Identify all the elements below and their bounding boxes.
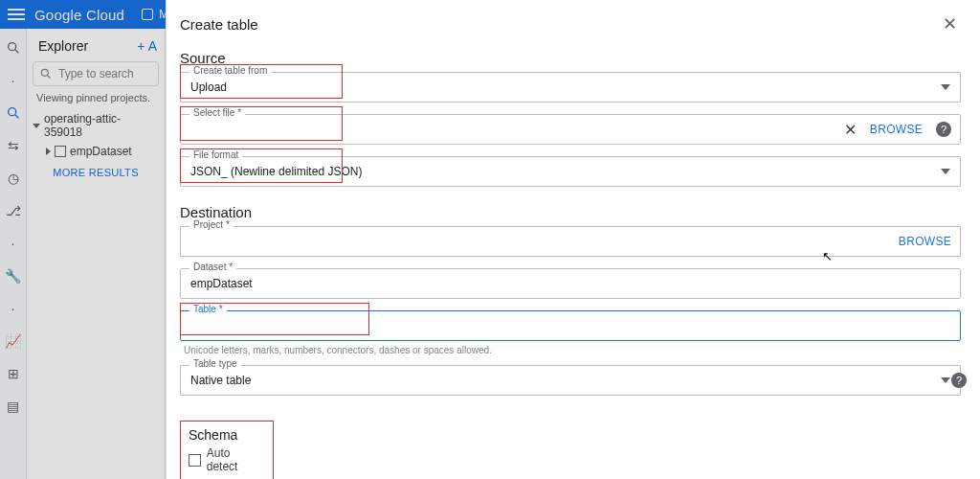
file-format-label: File format (189, 149, 242, 160)
browse-project-button[interactable]: BROWSE (899, 235, 951, 248)
create-table-from-field[interactable]: Create table from Upload (180, 72, 961, 103)
create-table-panel: Create table ✕ Source Create table from … (166, 0, 980, 479)
table-helper: Unicode letters, marks, numbers, connect… (180, 345, 961, 355)
dataset-label: Dataset * (189, 262, 236, 272)
browse-file-button[interactable]: BROWSE (870, 123, 923, 136)
tabletype-label: Table type (189, 358, 241, 369)
schema-heading: Schema (189, 427, 263, 443)
dataset-value: empDataset (190, 277, 253, 290)
dataset-field[interactable]: Dataset * empDataset (180, 268, 961, 299)
clear-file-icon[interactable]: ✕ (844, 121, 857, 139)
help-icon[interactable]: ? (936, 122, 951, 137)
table-label: Table * (189, 304, 227, 314)
file-format-field[interactable]: File format JSON_ (Newline delimited JSO… (180, 156, 961, 187)
autodetect-label: Auto detect (207, 446, 263, 473)
panel-title: Create table (180, 16, 258, 33)
create-from-label: Create table from (189, 65, 271, 76)
tabletype-value: Native table (190, 374, 251, 387)
schema-section: Schema Auto detect (180, 421, 274, 479)
project-label: Project * (189, 219, 234, 230)
tabletype-help-icon[interactable]: ? (951, 373, 967, 388)
checkbox-icon (189, 454, 201, 467)
autodetect-checkbox[interactable]: Auto detect (189, 446, 263, 473)
select-file-field[interactable]: Select file * ✕ BROWSE ? (180, 114, 961, 145)
cursor-icon: ↖ (822, 249, 833, 263)
table-field[interactable]: Table * (180, 310, 961, 341)
file-format-value: JSON_ (Newline delimited JSON) (190, 165, 362, 178)
project-field[interactable]: Project * BROWSE (180, 226, 961, 257)
select-file-label: Select file * (189, 107, 245, 118)
destination-heading: Destination (180, 204, 961, 220)
tabletype-field[interactable]: Table type Native table ? (180, 365, 961, 396)
close-icon[interactable]: ✕ (939, 11, 961, 36)
create-from-value: Upload (190, 80, 227, 94)
source-heading: Source (180, 50, 961, 66)
